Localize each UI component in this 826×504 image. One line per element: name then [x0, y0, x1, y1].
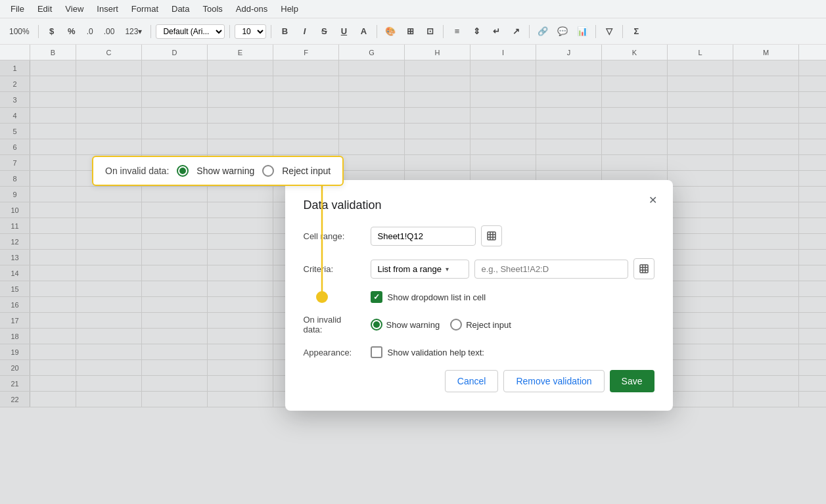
menu-help[interactable]: Help: [275, 3, 304, 15]
appearance-row: Appearance: Show validation help text:: [304, 346, 654, 358]
menu-tools[interactable]: Tools: [197, 3, 227, 15]
strikethrough-btn[interactable]: S: [315, 23, 333, 40]
corner-cell: [0, 45, 30, 60]
callout-show-warning-inner: [179, 168, 186, 174]
criteria-range-input[interactable]: [474, 260, 628, 279]
dialog-overlay: ✕ Data validation Cell range:: [0, 60, 826, 504]
decimal-less-btn[interactable]: .0: [83, 25, 97, 38]
merge-btn[interactable]: ⊡: [421, 23, 438, 40]
col-header-J[interactable]: J: [536, 45, 602, 60]
callout-show-warning-radio[interactable]: [177, 165, 189, 177]
col-header-D[interactable]: D: [142, 45, 208, 60]
menu-format[interactable]: Format: [126, 3, 164, 15]
zoom-selector[interactable]: 100%: [5, 25, 34, 38]
criteria-dropdown-arrow: ▾: [446, 265, 449, 273]
comment-btn[interactable]: 💬: [554, 23, 571, 40]
col-header-F[interactable]: F: [273, 45, 339, 60]
show-dropdown-checkbox[interactable]: ✓: [371, 291, 382, 303]
currency-btn[interactable]: $: [43, 23, 60, 40]
menu-addons[interactable]: Add-ons: [231, 3, 273, 15]
percent-btn[interactable]: %: [63, 23, 80, 40]
underline-btn[interactable]: U: [335, 23, 352, 40]
column-header-row: B C D E F G H I J K L M N: [0, 45, 826, 60]
menu-file[interactable]: File: [5, 3, 30, 15]
separator-3: [229, 25, 230, 38]
callout-box: On invalid data: Show warning Reject inp…: [92, 156, 344, 186]
dialog-buttons: Cancel Remove validation Save: [304, 370, 654, 392]
criteria-grid-icon[interactable]: [633, 258, 654, 279]
checkmark-icon: ✓: [373, 292, 380, 302]
show-help-text-checkbox[interactable]: [371, 346, 382, 358]
show-warning-option[interactable]: Show warning: [371, 319, 440, 331]
svg-rect-7: [640, 265, 648, 273]
col-header-B[interactable]: B: [30, 45, 76, 60]
font-size-selector[interactable]: 10: [235, 24, 266, 39]
rotation-btn[interactable]: ↗: [507, 23, 524, 40]
cell-range-input[interactable]: [371, 227, 476, 246]
cancel-button[interactable]: Cancel: [445, 370, 499, 392]
appearance-label: Appearance:: [304, 348, 363, 357]
text-color-btn[interactable]: A: [355, 23, 372, 40]
borders-btn[interactable]: ⊞: [402, 23, 419, 40]
col-header-I[interactable]: I: [470, 45, 536, 60]
callout-reject-input-radio[interactable]: [262, 165, 274, 177]
col-header-C[interactable]: C: [76, 45, 142, 60]
bold-btn[interactable]: B: [276, 23, 293, 40]
fill-color-btn[interactable]: 🎨: [382, 23, 399, 40]
data-validation-dialog: ✕ Data validation Cell range:: [285, 180, 673, 411]
criteria-inputs: List from a range ▾: [371, 258, 654, 279]
font-selector[interactable]: Default (Ari...: [156, 24, 225, 39]
show-warning-radio-fill: [373, 321, 380, 328]
criteria-label: Criteria:: [304, 264, 363, 274]
svg-rect-2: [488, 232, 495, 240]
criteria-dropdown[interactable]: List from a range ▾: [371, 260, 469, 279]
separator-8: [595, 25, 596, 38]
separator-6: [443, 25, 444, 38]
cell-range-label: Cell range:: [304, 231, 363, 241]
cell-range-inputs: [371, 225, 654, 246]
formula-btn[interactable]: Σ: [628, 23, 645, 40]
callout-on-invalid-label: On invalid data:: [105, 166, 169, 176]
save-button[interactable]: Save: [610, 370, 654, 392]
col-header-G[interactable]: G: [339, 45, 405, 60]
valign-btn[interactable]: ⇕: [468, 23, 485, 40]
format-123-btn[interactable]: 123▾: [121, 25, 146, 38]
chart-btn[interactable]: 📊: [574, 23, 591, 40]
separator-2: [150, 25, 151, 38]
menu-edit[interactable]: Edit: [32, 3, 57, 15]
on-invalid-row: On invalid data: Show warning Reject inp…: [304, 315, 654, 334]
callout-reject-input-label: Reject input: [282, 166, 331, 176]
callout-show-warning-label: Show warning: [196, 166, 254, 176]
halign-btn[interactable]: ≡: [448, 23, 465, 40]
italic-btn[interactable]: I: [296, 23, 313, 40]
col-header-K[interactable]: K: [602, 45, 668, 60]
cell-range-grid-icon[interactable]: [481, 225, 502, 246]
reject-input-radio[interactable]: [450, 319, 462, 331]
dialog-close-button[interactable]: ✕: [644, 191, 662, 209]
menu-view[interactable]: View: [60, 3, 89, 15]
menu-insert[interactable]: Insert: [91, 3, 124, 15]
separator-9: [622, 25, 623, 38]
dialog-title: Data validation: [304, 198, 654, 212]
link-btn[interactable]: 🔗: [534, 23, 551, 40]
text-wrap-btn[interactable]: ↵: [488, 23, 505, 40]
separator-1: [38, 25, 39, 38]
col-header-E[interactable]: E: [208, 45, 273, 60]
col-header-H[interactable]: H: [405, 45, 470, 60]
menu-bar: File Edit View Insert Format Data Tools …: [0, 0, 826, 18]
reject-input-option[interactable]: Reject input: [450, 319, 511, 331]
col-header-L[interactable]: L: [668, 45, 733, 60]
col-header-N[interactable]: N: [799, 45, 826, 60]
toolbar: 100% $ % .0 .00 123▾ Default (Ari... 10 …: [0, 18, 826, 45]
show-help-text-label: Show validation help text:: [388, 348, 484, 357]
show-warning-radio[interactable]: [371, 319, 382, 331]
remove-validation-button[interactable]: Remove validation: [503, 370, 604, 392]
filter-btn[interactable]: ▽: [601, 23, 618, 40]
show-dropdown-label: Show dropdown list in cell: [388, 292, 486, 302]
show-dropdown-row: ✓ Show dropdown list in cell: [371, 291, 654, 303]
menu-data[interactable]: Data: [166, 3, 195, 15]
separator-5: [377, 25, 377, 38]
sheet-area: 12345678910111213141516171819202122 On i…: [0, 60, 826, 504]
decimal-more-btn[interactable]: .00: [100, 25, 119, 38]
col-header-M[interactable]: M: [733, 45, 799, 60]
